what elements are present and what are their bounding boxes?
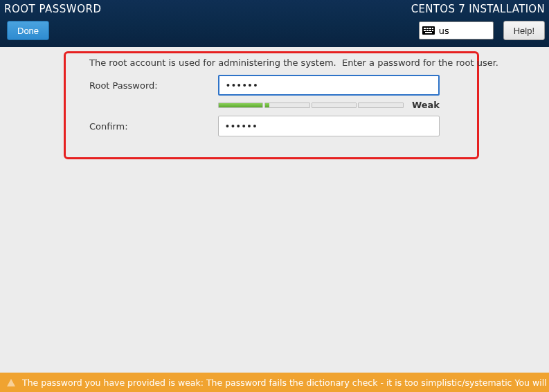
keyboard-layout-indicator[interactable]: us <box>419 21 494 39</box>
strength-segment-3 <box>312 103 357 108</box>
help-button[interactable]: Help! <box>503 21 545 40</box>
keyboard-layout-label: us <box>439 26 449 36</box>
strength-segment-1 <box>218 103 263 108</box>
confirm-password-input[interactable] <box>218 116 440 136</box>
warning-text: The password you have provided is weak: … <box>22 377 549 388</box>
header-bottom: Done us Help! <box>4 21 545 40</box>
warning-icon <box>7 379 15 386</box>
strength-segment-2 <box>264 103 309 108</box>
keyboard-icon <box>422 26 435 35</box>
warning-bar: The password you have provided is weak: … <box>0 373 549 392</box>
strength-segment-4 <box>358 103 403 108</box>
header-top: ROOT PASSWORD CENTOS 7 INSTALLATION <box>4 3 545 18</box>
confirm-label: Confirm: <box>89 121 218 132</box>
form-highlight: The root account is used for administeri… <box>64 51 479 159</box>
main-content: The root account is used for administeri… <box>0 47 549 373</box>
strength-wrap: Weak <box>218 100 440 110</box>
header: ROOT PASSWORD CENTOS 7 INSTALLATION Done… <box>0 0 549 47</box>
header-right: us Help! <box>419 21 545 40</box>
password-strength-bar <box>218 103 404 108</box>
install-title: CENTOS 7 INSTALLATION <box>411 3 545 15</box>
strength-label: Weak <box>412 100 440 110</box>
root-password-input[interactable] <box>218 75 440 96</box>
description-text: The root account is used for administeri… <box>89 57 459 68</box>
confirm-row: Confirm: <box>89 116 459 136</box>
screen-title: ROOT PASSWORD <box>4 3 101 15</box>
root-password-label: Root Password: <box>89 80 218 91</box>
done-button[interactable]: Done <box>7 21 49 40</box>
root-password-row: Root Password: <box>89 75 459 96</box>
strength-row: Weak <box>89 100 459 110</box>
